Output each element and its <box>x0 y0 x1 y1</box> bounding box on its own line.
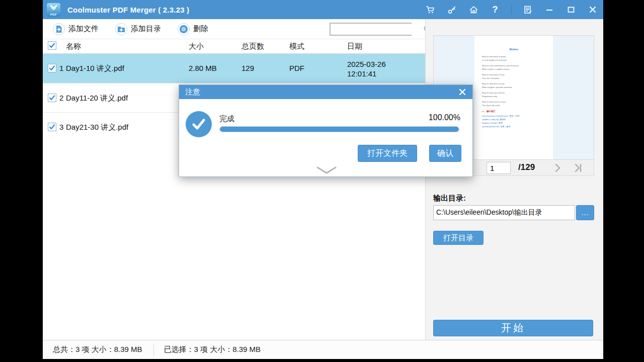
file-size: 2.80 MB <box>189 64 217 72</box>
select-all-checkbox[interactable] <box>48 41 56 50</box>
row-checkbox[interactable] <box>48 123 56 131</box>
status-separator <box>153 343 154 356</box>
close-icon[interactable] <box>587 4 598 15</box>
progress-bar <box>219 126 459 132</box>
success-check-icon <box>186 111 212 137</box>
row-index: 1 <box>59 64 63 72</box>
file-mode: PDF <box>289 64 304 72</box>
output-dir-label: 输出目录: <box>433 194 466 203</box>
open-folder-button[interactable]: 打开文件夹 <box>358 145 417 162</box>
status-selected: 已选择：3 项 大小：8.39 MB <box>164 345 261 354</box>
key-icon[interactable] <box>446 4 457 15</box>
dialog-close-icon[interactable] <box>458 88 466 96</box>
confirm-button[interactable]: 确认 <box>429 145 461 162</box>
row-index: 2 <box>59 94 63 102</box>
progress-percent: 100.00% <box>429 113 460 122</box>
app-logo-icon: PDF <box>47 3 60 17</box>
notice-dialog: 注意 完成 100.00% 打开文件夹 确认 <box>179 84 473 177</box>
row-index: 3 <box>59 123 63 131</box>
file-date: 2025-03-26 12:01:41 <box>347 59 386 78</box>
last-page-icon[interactable] <box>573 163 584 175</box>
window-title: Coolmuster PDF Merger ( 2.3.23 ) <box>67 6 189 14</box>
help-icon[interactable]: ? <box>490 4 501 15</box>
open-directory-button[interactable]: 打开目录 <box>433 231 484 245</box>
file-name: Day1-10 讲义.pdf <box>66 64 124 73</box>
status-total: 总共：3 项 大小：8.39 MB <box>53 345 142 354</box>
table-row[interactable]: 1 Day1-10 讲义.pdf 2.80 MB 129 PDF 2025-03… <box>43 54 425 83</box>
row-checkbox[interactable] <box>48 64 56 72</box>
dialog-titlebar: 注意 <box>179 85 472 99</box>
maximize-icon[interactable] <box>566 4 577 15</box>
search-box <box>330 23 412 36</box>
expand-details-chevron-icon[interactable] <box>315 165 338 176</box>
page-total: /129 <box>518 162 535 172</box>
home-icon[interactable] <box>468 4 479 15</box>
header-date: 日期 <box>347 42 362 51</box>
toolbar: 添加文件 添加目录 删除 <box>43 19 425 39</box>
minimize-icon[interactable] <box>544 4 555 15</box>
status-bar: 总共：3 项 大小：8.39 MB 已选择：3 项 大小：8.39 MB <box>43 340 603 359</box>
file-name: Day11-20 讲义.pdf <box>66 94 128 103</box>
progress-bar-fill <box>220 127 459 132</box>
right-panel: Wishes How far from birth to death Is it… <box>425 19 603 340</box>
add-file-button[interactable]: 添加文件 <box>53 23 99 35</box>
preview-page: Wishes How far from birth to death Is it… <box>474 36 553 159</box>
delete-button[interactable]: 删除 <box>178 23 208 35</box>
header-name: 名称 <box>66 42 81 51</box>
titlebar-separator <box>511 5 512 15</box>
preview-page-title: Wishes <box>482 48 553 51</box>
file-pages: 129 <box>242 64 254 72</box>
add-folder-icon <box>115 23 127 35</box>
dialog-title: 注意 <box>185 87 458 97</box>
preview-vocab-heading: 一、核心词汇 <box>482 110 553 113</box>
add-folder-button[interactable]: 添加目录 <box>115 23 161 35</box>
table-header: 名称 大小 总页数 模式 日期 <box>43 40 425 54</box>
titlebar-buttons: ? <box>425 0 598 19</box>
cart-icon[interactable] <box>425 4 436 15</box>
delete-icon <box>178 23 190 35</box>
output-path-input[interactable] <box>433 205 575 220</box>
header-size: 大小 <box>189 42 204 51</box>
search-input[interactable] <box>331 24 423 35</box>
start-button[interactable]: 开始 <box>433 320 593 336</box>
register-icon[interactable] <box>522 4 533 15</box>
titlebar: PDF Coolmuster PDF Merger ( 2.3.23 ) ? <box>43 0 603 19</box>
desktop-background: PDF Coolmuster PDF Merger ( 2.3.23 ) ? <box>0 0 644 362</box>
row-checkbox[interactable] <box>48 94 56 102</box>
app-window: PDF Coolmuster PDF Merger ( 2.3.23 ) ? <box>43 0 603 359</box>
page-number-input[interactable] <box>487 162 511 174</box>
browse-button[interactable]: ... <box>576 205 594 220</box>
header-pages: 总页数 <box>242 42 264 51</box>
progress-status-label: 完成 <box>219 114 234 124</box>
file-name: Day21-30 讲义.pdf <box>66 123 128 132</box>
add-file-icon <box>53 23 65 35</box>
header-mode: 模式 <box>289 42 304 51</box>
next-page-icon[interactable] <box>552 163 562 175</box>
